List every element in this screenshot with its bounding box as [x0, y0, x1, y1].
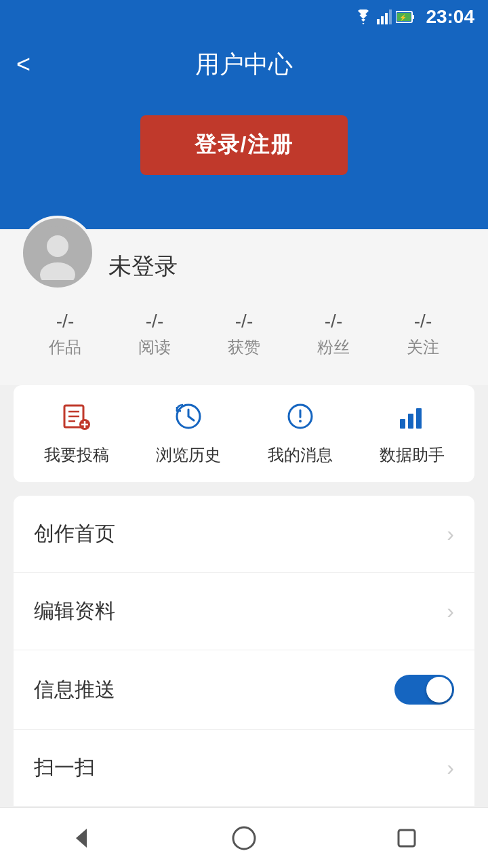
menu-scan-label: 扫一扫 — [34, 754, 95, 782]
stat-likes-label: 获赞 — [228, 336, 260, 358]
action-message-label: 我的消息 — [268, 444, 333, 466]
svg-rect-1 — [381, 16, 384, 24]
nav-back-button[interactable] — [61, 818, 102, 859]
stat-reads-label: 阅读 — [138, 336, 171, 358]
back-button[interactable]: < — [16, 50, 30, 79]
menu-push-notification-label: 信息推送 — [34, 676, 115, 704]
profile-section: 未登录 -/- 作品 -/- 阅读 -/- 获赞 -/- 粉丝 -/- 关注 — [0, 229, 488, 385]
push-notification-toggle[interactable] — [394, 675, 454, 705]
message-icon — [285, 401, 315, 436]
svg-rect-28 — [399, 830, 415, 846]
menu-edit-profile-label: 编辑资料 — [34, 597, 115, 625]
stat-follow-label: 关注 — [407, 336, 439, 358]
status-bar: ⚡ 23:04 — [0, 0, 488, 34]
stat-fans-label: 粉丝 — [317, 336, 350, 358]
svg-rect-5 — [412, 15, 414, 19]
stat-fans: -/- 粉丝 — [317, 311, 350, 358]
page-header: < 用户中心 — [0, 34, 488, 95]
action-history-label: 浏览历史 — [156, 444, 221, 466]
wifi-icon — [354, 9, 373, 24]
stats-row: -/- 作品 -/- 阅读 -/- 获赞 -/- 粉丝 -/- 关注 — [20, 304, 468, 372]
svg-rect-24 — [416, 408, 422, 429]
nav-home-button[interactable] — [224, 818, 264, 859]
action-submit-label: 我要投稿 — [44, 444, 109, 466]
menu-item-push-notification[interactable]: 信息推送 — [14, 650, 474, 730]
action-history[interactable]: 浏览历史 — [156, 401, 221, 466]
menu-creation-home-label: 创作首页 — [34, 520, 115, 548]
stat-reads-value: -/- — [146, 311, 163, 332]
svg-text:⚡: ⚡ — [399, 14, 407, 22]
data-icon — [397, 401, 427, 436]
menu-item-scan[interactable]: 扫一扫 › — [14, 730, 474, 807]
toggle-knob — [426, 677, 452, 703]
menu-item-edit-profile[interactable]: 编辑资料 › — [14, 573, 474, 650]
svg-rect-2 — [385, 13, 388, 24]
menu-item-creation-home[interactable]: 创作首页 › — [14, 496, 474, 573]
action-data[interactable]: 数据助手 — [380, 401, 445, 466]
login-register-button[interactable]: 登录/注册 — [140, 115, 348, 175]
menu-push-right — [394, 675, 454, 705]
submit-icon — [62, 401, 92, 436]
stat-works-value: -/- — [56, 311, 74, 332]
status-time: 23:04 — [426, 6, 474, 28]
stat-reads: -/- 阅读 — [138, 311, 171, 358]
stat-likes-value: -/- — [235, 311, 253, 332]
stat-follow: -/- 关注 — [407, 311, 439, 358]
svg-rect-23 — [408, 414, 413, 429]
svg-marker-26 — [76, 829, 87, 848]
chevron-right-icon-3: › — [447, 755, 454, 781]
history-icon — [174, 401, 203, 436]
svg-rect-3 — [389, 9, 392, 24]
hero-section: 登录/注册 — [0, 95, 488, 229]
action-message[interactable]: 我的消息 — [268, 401, 333, 466]
action-submit[interactable]: 我要投稿 — [44, 401, 109, 466]
stat-works-label: 作品 — [49, 336, 81, 358]
svg-rect-0 — [377, 19, 380, 24]
chevron-right-icon: › — [447, 521, 454, 547]
bottom-nav — [0, 807, 488, 868]
menu-creation-home-right: › — [447, 521, 454, 547]
nav-recent-button[interactable] — [386, 818, 427, 859]
svg-point-21 — [299, 420, 302, 422]
svg-point-9 — [47, 235, 68, 257]
stat-fans-value: -/- — [325, 311, 342, 332]
stat-likes: -/- 获赞 — [228, 311, 260, 358]
menu-scan-right: › — [447, 755, 454, 781]
status-icons: ⚡ — [354, 9, 415, 24]
menu-edit-profile-right: › — [447, 599, 454, 624]
action-card: 我要投稿 浏览历史 我的消息 — [14, 385, 474, 482]
battery-icon: ⚡ — [396, 9, 415, 24]
page-title: 用户中心 — [195, 48, 293, 81]
signal-icon — [377, 9, 392, 24]
profile-top: 未登录 — [20, 229, 468, 304]
action-data-label: 数据助手 — [380, 444, 445, 466]
stat-follow-value: -/- — [414, 311, 432, 332]
username-label: 未登录 — [108, 251, 178, 282]
svg-point-27 — [233, 827, 255, 849]
stat-works: -/- 作品 — [49, 311, 81, 358]
avatar — [20, 216, 95, 290]
chevron-right-icon-2: › — [447, 599, 454, 624]
